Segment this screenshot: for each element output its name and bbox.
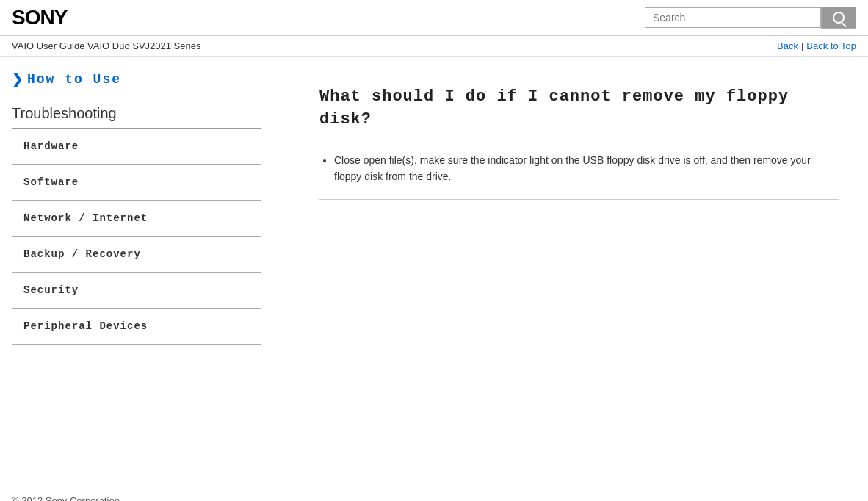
breadcrumb-nav: Back | Back to Top <box>777 40 856 51</box>
sidebar-item-software[interactable]: Software <box>12 165 261 200</box>
list-item: Security <box>12 273 261 309</box>
sidebar-item-security[interactable]: Security <box>12 273 261 308</box>
main-content: What should I do if I cannot remove my f… <box>275 57 868 483</box>
breadcrumb: VAIO User Guide VAIO Duo SVJ2021 Series … <box>0 36 868 57</box>
article-list-item: Close open file(s), make sure the indica… <box>334 152 839 185</box>
list-item: Network / Internet <box>12 201 261 237</box>
list-item: Hardware <box>12 129 261 165</box>
how-to-use-label: How to Use <box>27 72 121 87</box>
footer: © 2012 Sony Corporation <box>0 483 868 501</box>
chevron-right-icon: ❯ <box>12 71 23 87</box>
breadcrumb-separator: | <box>801 40 803 51</box>
list-item: Backup / Recovery <box>12 237 261 273</box>
list-item: Software <box>12 165 261 201</box>
sidebar-item-backup-recovery[interactable]: Backup / Recovery <box>12 237 261 272</box>
search-area <box>645 7 856 29</box>
article-divider <box>319 199 839 200</box>
search-icon <box>833 12 845 24</box>
sidebar-nav: Hardware Software Network / Internet Bac… <box>12 129 261 345</box>
back-to-top-link[interactable]: Back to Top <box>806 40 856 51</box>
sidebar-item-hardware[interactable]: Hardware <box>12 129 261 164</box>
header: SONY <box>0 0 868 36</box>
how-to-use-section: ❯ How to Use <box>12 71 264 87</box>
guide-title: VAIO User Guide VAIO Duo SVJ2021 Series <box>12 40 200 51</box>
sidebar-item-network-internet[interactable]: Network / Internet <box>12 201 261 236</box>
troubleshooting-header: Troubleshooting <box>12 105 261 129</box>
search-button[interactable] <box>821 7 856 29</box>
sony-logo: SONY <box>12 6 67 29</box>
back-link[interactable]: Back <box>777 40 798 51</box>
main-layout: ❯ How to Use Troubleshooting Hardware So… <box>0 57 868 483</box>
search-input[interactable] <box>645 7 821 28</box>
sidebar: ❯ How to Use Troubleshooting Hardware So… <box>0 57 275 483</box>
copyright-text: © 2012 Sony Corporation <box>12 495 120 501</box>
article-body: Close open file(s), make sure the indica… <box>319 152 839 185</box>
sidebar-item-peripheral-devices[interactable]: Peripheral Devices <box>12 309 261 344</box>
list-item: Peripheral Devices <box>12 309 261 345</box>
article-title: What should I do if I cannot remove my f… <box>319 86 839 131</box>
